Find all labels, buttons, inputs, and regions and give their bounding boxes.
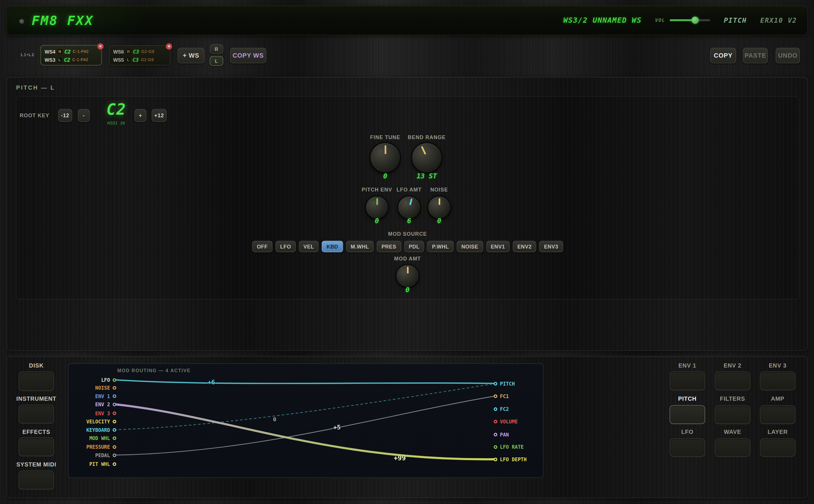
source-dot[interactable] <box>113 428 116 431</box>
source-dot[interactable] <box>113 402 116 406</box>
routing-source-pit-whl[interactable]: PIT WHL <box>68 461 116 467</box>
routing-dest-lfo-depth[interactable]: LFO DEPTH <box>494 456 527 462</box>
pitch-nav-button[interactable] <box>670 405 705 424</box>
l-side-button[interactable]: L <box>210 56 223 66</box>
mod-source-vel[interactable]: VEL <box>299 241 318 252</box>
bend-range-knob[interactable] <box>412 143 442 172</box>
knob-tick <box>409 198 412 205</box>
routing-dest-pan[interactable]: PAN <box>494 431 509 437</box>
copy-button[interactable]: COPY <box>710 48 736 63</box>
mod-source-noise[interactable]: NOISE <box>457 241 483 252</box>
mod-source-pwhl[interactable]: P.WHL <box>428 241 454 252</box>
source-label: ENV 1 <box>95 393 110 399</box>
source-dot[interactable] <box>113 462 116 466</box>
mod-source-kbd[interactable]: KBD <box>322 241 343 252</box>
mod-source-off[interactable]: OFF <box>252 241 272 252</box>
dest-label: VOLUME <box>500 418 518 424</box>
root-key-minus12-button[interactable]: -12 <box>58 109 72 122</box>
source-dot[interactable] <box>113 394 116 397</box>
mod-source-pres[interactable]: PRES <box>377 241 401 252</box>
dest-dot[interactable] <box>494 394 497 397</box>
routing-source-pressure[interactable]: PRESSURE <box>68 444 116 450</box>
dest-dot[interactable] <box>494 420 497 423</box>
root-key-plus-button[interactable]: + <box>134 109 146 122</box>
routing-dest-fc2[interactable]: FC2 <box>494 406 509 412</box>
routing-source-env3[interactable]: ENV 3 <box>68 410 116 416</box>
routing-dest-volume[interactable]: VOLUME <box>494 418 518 424</box>
copy-ws-button[interactable]: COPY WS <box>230 48 266 63</box>
lfo-amt-knob[interactable] <box>398 197 420 219</box>
amp-nav-button[interactable] <box>760 405 795 424</box>
env2-nav-button[interactable] <box>715 372 750 390</box>
pitch-env-knob[interactable] <box>366 197 388 219</box>
route-amount-env2-lfo-depth[interactable]: +99 <box>393 454 406 462</box>
app-title: FM8 FXX <box>32 13 94 28</box>
route-amount-lfo-pitch[interactable]: +6 <box>207 379 215 386</box>
source-dot[interactable] <box>113 445 116 448</box>
routing-source-mod-whl[interactable]: MOD WHL <box>68 435 116 441</box>
routing-source-env1[interactable]: ENV 1 <box>68 393 116 399</box>
volume-slider[interactable] <box>670 17 710 24</box>
route-amount-pedal-fc1[interactable]: +5 <box>333 424 340 431</box>
mod-source-lfo[interactable]: LFO <box>275 241 295 252</box>
fine-tune-knob[interactable] <box>370 143 400 172</box>
dest-dot[interactable] <box>494 457 497 461</box>
volume-thumb[interactable] <box>691 17 698 24</box>
knob-tick <box>376 198 377 205</box>
power-led-icon <box>19 19 24 24</box>
mod-source-mwhl[interactable]: M.WHL <box>346 241 373 252</box>
system-midi-button[interactable] <box>19 471 54 489</box>
routing-dest-lfo-rate[interactable]: LFO RATE <box>494 444 524 450</box>
source-dot[interactable] <box>113 420 116 423</box>
layer-nav-button[interactable] <box>760 439 795 457</box>
routing-source-noise[interactable]: NOISE <box>68 384 116 391</box>
ws-tab-1[interactable]: × WS4 R C2 C-1-F#2 WS3 L C2 C-1-F#2 <box>40 45 102 65</box>
dest-dot[interactable] <box>494 432 497 436</box>
routing-dest-fc1[interactable]: FC1 <box>494 393 509 399</box>
source-dot[interactable] <box>113 378 116 381</box>
source-dot[interactable] <box>113 436 116 440</box>
root-key-plus12-button[interactable]: +12 <box>152 109 167 122</box>
routing-source-env2[interactable]: ENV 2 <box>68 401 116 407</box>
paste-button[interactable]: PASTE <box>743 48 768 63</box>
effects-button[interactable] <box>19 437 54 456</box>
mod-source-pdl[interactable]: PDL <box>404 241 424 252</box>
close-icon[interactable]: × <box>97 43 104 50</box>
noise-knob[interactable] <box>428 197 450 219</box>
dest-dot[interactable] <box>494 382 497 385</box>
mod-amt-knob[interactable] <box>396 265 419 287</box>
mod-source-env1[interactable]: ENV1 <box>486 241 510 252</box>
r-side-button[interactable]: R <box>210 44 223 54</box>
env3-nav-button[interactable] <box>760 372 795 390</box>
wave-nav-button[interactable] <box>715 439 750 457</box>
routing-source-keyboard[interactable]: KEYBOARD <box>68 427 116 433</box>
dest-dot[interactable] <box>494 445 497 448</box>
filters-nav-label: FILTERS <box>707 395 758 402</box>
routing-source-velocity[interactable]: VELOCITY <box>68 418 116 424</box>
mod-source-env3[interactable]: ENV3 <box>540 241 563 252</box>
undo-button[interactable]: UNDO <box>776 48 800 63</box>
dest-dot[interactable] <box>494 407 497 411</box>
add-ws-button[interactable]: + WS <box>178 48 205 63</box>
routing-dest-pitch[interactable]: PITCH <box>494 380 515 386</box>
source-dot[interactable] <box>113 386 116 389</box>
ws-tab-2[interactable]: × WS6 R C3 G2-G9 WS5 L C3 G2-G9 <box>109 45 170 65</box>
filters-nav-button[interactable] <box>715 405 750 424</box>
ws-status-display: WS3/2 UNNAMED WS <box>563 16 642 24</box>
mod-source-env2[interactable]: ENV2 <box>513 241 536 252</box>
route-amount-keyboard-pitch[interactable]: 0 <box>273 416 276 423</box>
root-key-minus-button[interactable]: - <box>78 109 90 122</box>
dest-label: PITCH <box>500 381 515 386</box>
env1-nav-button[interactable] <box>670 372 705 390</box>
mod-amt-value: 0 <box>392 286 423 294</box>
instrument-button[interactable] <box>19 405 54 423</box>
routing-source-pedal[interactable]: PEDAL <box>68 452 116 458</box>
lfo-nav-button[interactable] <box>670 439 705 457</box>
ws-range: G2-G9 <box>141 57 154 62</box>
mod-source-options: OFF LFO VEL KBD M.WHL PRES PDL P.WHL NOI… <box>252 241 563 252</box>
layer-tag: L1•L2 <box>21 52 34 57</box>
disk-button[interactable] <box>19 372 54 391</box>
source-dot[interactable] <box>113 453 116 457</box>
source-dot[interactable] <box>113 411 116 415</box>
routing-source-lfo[interactable]: LFO <box>68 377 116 383</box>
